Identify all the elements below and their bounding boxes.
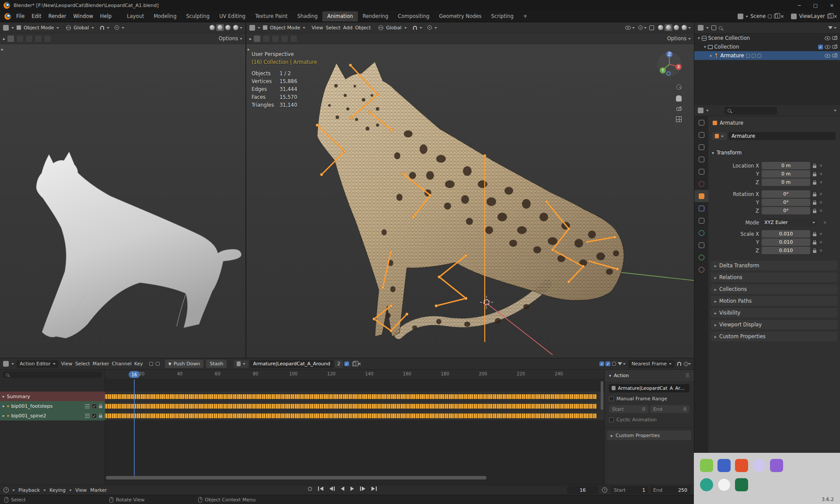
- snap-magnet-icon[interactable]: [413, 26, 417, 30]
- custom-properties-section[interactable]: ▸ Custom Properties: [607, 430, 691, 440]
- properties-tab-object[interactable]: [694, 190, 708, 202]
- outliner-item-armature[interactable]: ▸Armature: [694, 51, 840, 60]
- keyframe-band[interactable]: [105, 413, 597, 418]
- animate-property-icon[interactable]: [820, 164, 822, 167]
- desktop-app-icon[interactable]: [752, 459, 766, 472]
- hide-viewport-icon[interactable]: [825, 45, 830, 49]
- channel-summary[interactable]: ▸Summary: [0, 392, 105, 401]
- properties-tab-material[interactable]: [694, 263, 708, 276]
- action-browse-dropdown[interactable]: [234, 360, 248, 368]
- tool-tweak-button[interactable]: [7, 35, 14, 42]
- section-visibility[interactable]: ▸Visibility: [711, 308, 837, 318]
- pan-hand-icon[interactable]: [676, 95, 682, 102]
- proportional-edit-icon[interactable]: [427, 25, 432, 30]
- animate-property-icon[interactable]: [820, 249, 822, 252]
- editor-type-icon[interactable]: [698, 108, 704, 113]
- timeline-ruler[interactable]: 020406080100120140160180200220240: [105, 370, 604, 379]
- scene-name[interactable]: Scene: [750, 13, 766, 19]
- animate-property-icon[interactable]: [824, 221, 826, 224]
- modifiers-icon[interactable]: [85, 414, 90, 418]
- jump-to-start-button[interactable]: [316, 486, 325, 491]
- stopwatch-icon[interactable]: [602, 487, 607, 493]
- unlink-scene-icon[interactable]: ×: [780, 14, 784, 19]
- disclosure-arrow-icon[interactable]: ▾: [704, 45, 706, 49]
- manual-frame-range-checkbox[interactable]: [609, 396, 614, 401]
- close-button[interactable]: ×: [830, 3, 834, 8]
- properties-tab-constraints[interactable]: [694, 239, 708, 251]
- shading-solid-icon[interactable]: [665, 24, 672, 31]
- channel-bip001-footsteps[interactable]: ▸bip001_footsteps✓: [0, 401, 105, 411]
- stash-button[interactable]: Stash: [206, 360, 227, 368]
- channel-search-input[interactable]: [3, 371, 102, 378]
- lock-icon[interactable]: [813, 194, 816, 196]
- viewlayer-selector[interactable]: ViewLayer ×: [791, 13, 837, 19]
- navigation-gizmo[interactable]: Z X Y: [655, 50, 683, 78]
- editor-type-icon[interactable]: [698, 25, 704, 31]
- layered-action-icon[interactable]: [149, 362, 153, 366]
- value-field[interactable]: 0 m: [762, 170, 810, 178]
- lock-icon[interactable]: [99, 415, 102, 418]
- overlays-icon[interactable]: [638, 25, 643, 30]
- tool-select-lasso-button[interactable]: [35, 35, 42, 42]
- outliner-item-scene-collection[interactable]: ▾Scene Collection: [694, 34, 840, 42]
- properties-tab-particles[interactable]: [694, 214, 708, 227]
- new-action-icon[interactable]: [352, 362, 356, 366]
- lock-icon[interactable]: [99, 406, 102, 408]
- menu-file[interactable]: File: [13, 13, 28, 19]
- value-field[interactable]: 0°: [762, 190, 810, 198]
- playhead-line[interactable]: [134, 379, 135, 477]
- sidebar-expand-icon[interactable]: ▸: [248, 47, 250, 52]
- value-field[interactable]: 0 m: [762, 162, 810, 169]
- filter-icon[interactable]: [618, 362, 622, 365]
- add-workspace-button[interactable]: +: [518, 11, 532, 21]
- disclosure-arrow-icon[interactable]: ▾: [698, 36, 700, 40]
- section-viewport-display[interactable]: ▸Viewport Display: [711, 320, 837, 329]
- object-type-dropdown[interactable]: [712, 132, 727, 140]
- search-icon[interactable]: [719, 26, 722, 30]
- workspace-tab-uv-editing[interactable]: UV Editing: [214, 11, 250, 21]
- menu-marker[interactable]: Marker: [93, 361, 109, 367]
- workspace-tab-compositing[interactable]: Compositing: [393, 11, 434, 21]
- gizmo-neg-z-axis[interactable]: [666, 71, 671, 76]
- workspace-tab-geometry-nodes[interactable]: Geometry Nodes: [434, 11, 486, 21]
- end-frame-field[interactable]: End250: [650, 486, 690, 494]
- current-frame-field[interactable]: 16: [567, 486, 598, 494]
- properties-tab-output[interactable]: [694, 141, 708, 153]
- menu-render[interactable]: Render: [45, 13, 70, 19]
- viewport-left-canvas[interactable]: ▸: [0, 44, 245, 358]
- tool-select-box-button[interactable]: [16, 35, 24, 42]
- disclosure-arrow-icon[interactable]: ▸: [710, 53, 712, 58]
- shading-material-icon[interactable]: [672, 24, 680, 31]
- viewlayer-name[interactable]: ViewLayer: [799, 13, 825, 19]
- camera-view-icon[interactable]: [676, 107, 682, 111]
- workspace-tab-sculpting[interactable]: Sculpting: [181, 11, 214, 21]
- ortho-grid-icon[interactable]: [676, 116, 682, 122]
- workspace-tab-rendering[interactable]: Rendering: [358, 11, 393, 21]
- pin-icon[interactable]: [7, 415, 9, 417]
- properties-tab-world[interactable]: [694, 178, 708, 190]
- ghost-frames-icon[interactable]: [156, 362, 160, 366]
- properties-tab-object-data[interactable]: [694, 251, 708, 263]
- shading-solid-icon[interactable]: [216, 24, 224, 31]
- fake-user-shield-toggle[interactable]: ✓: [344, 361, 349, 366]
- tool-cursor-button[interactable]: [44, 35, 51, 42]
- transform-section-header[interactable]: ▾ Transform: [712, 150, 742, 156]
- desktop-app-icon[interactable]: [718, 459, 731, 472]
- lock-icon[interactable]: [813, 210, 816, 213]
- start-frame-field[interactable]: Start1: [611, 486, 648, 494]
- push-down-button[interactable]: ▼Push Down: [165, 360, 204, 368]
- jump-to-end-button[interactable]: [370, 486, 378, 491]
- value-field[interactable]: 0°: [762, 207, 810, 214]
- manual-frame-range-row[interactable]: Manual Frame Range: [605, 393, 694, 404]
- desktop-app-icon[interactable]: [735, 459, 748, 472]
- menu-edit[interactable]: Edit: [28, 13, 45, 19]
- mute-checkbox[interactable]: ✓: [92, 404, 97, 409]
- leopard-cat-model[interactable]: [317, 62, 624, 336]
- xray-toggle-icon[interactable]: [649, 25, 654, 30]
- value-field[interactable]: 0 m: [762, 178, 810, 186]
- properties-tab-render[interactable]: [694, 129, 708, 141]
- tool-select-circle-button[interactable]: [25, 35, 33, 42]
- value-field[interactable]: 0.010: [762, 230, 810, 238]
- editor-type-icon[interactable]: [4, 487, 9, 493]
- editor-type-icon[interactable]: [249, 25, 255, 31]
